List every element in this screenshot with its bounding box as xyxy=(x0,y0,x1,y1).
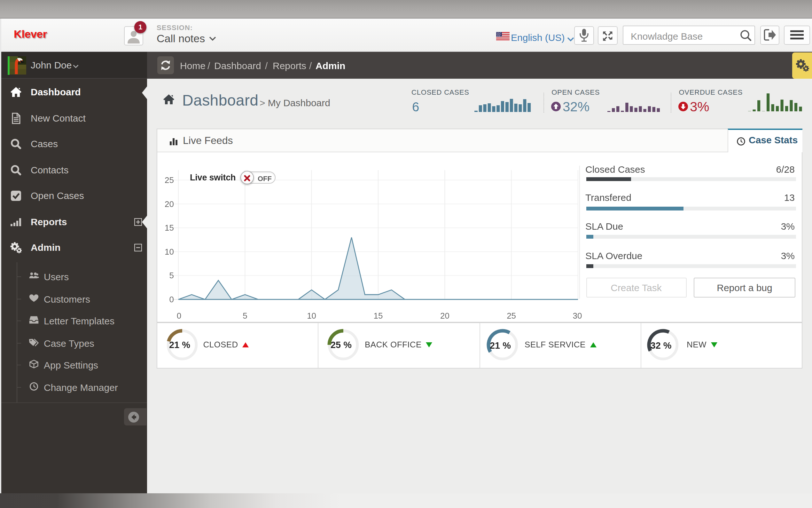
svg-text:25: 25 xyxy=(507,311,516,320)
svg-text:30: 30 xyxy=(573,311,582,320)
svg-text:25: 25 xyxy=(164,175,174,184)
svg-text:10: 10 xyxy=(307,311,316,320)
svg-text:0: 0 xyxy=(177,311,181,320)
svg-text:20: 20 xyxy=(164,199,174,209)
svg-text:0: 0 xyxy=(170,294,174,304)
svg-text:15: 15 xyxy=(164,223,174,232)
svg-text:15: 15 xyxy=(374,311,383,320)
svg-text:5: 5 xyxy=(170,270,174,280)
svg-text:5: 5 xyxy=(243,311,247,320)
svg-text:10: 10 xyxy=(164,247,174,256)
svg-text:20: 20 xyxy=(440,311,449,320)
